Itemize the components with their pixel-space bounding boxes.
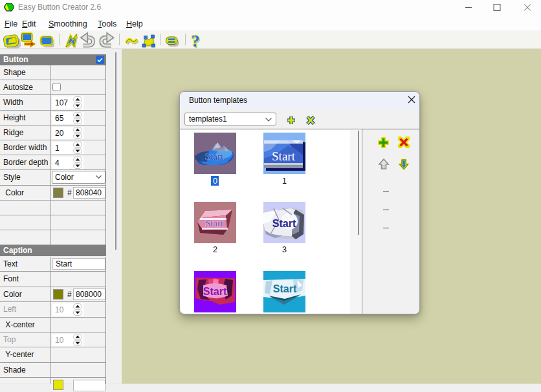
svg-text:Start: Start <box>203 286 227 297</box>
svg-text:Start: Start <box>272 218 296 229</box>
svg-text:Start: Start <box>272 149 296 163</box>
svg-text:Start: Start <box>273 283 297 294</box>
svg-text:Start: Start <box>205 218 224 228</box>
svg-text:Start: Start <box>205 151 224 162</box>
svg-text:?: ? <box>192 32 200 49</box>
